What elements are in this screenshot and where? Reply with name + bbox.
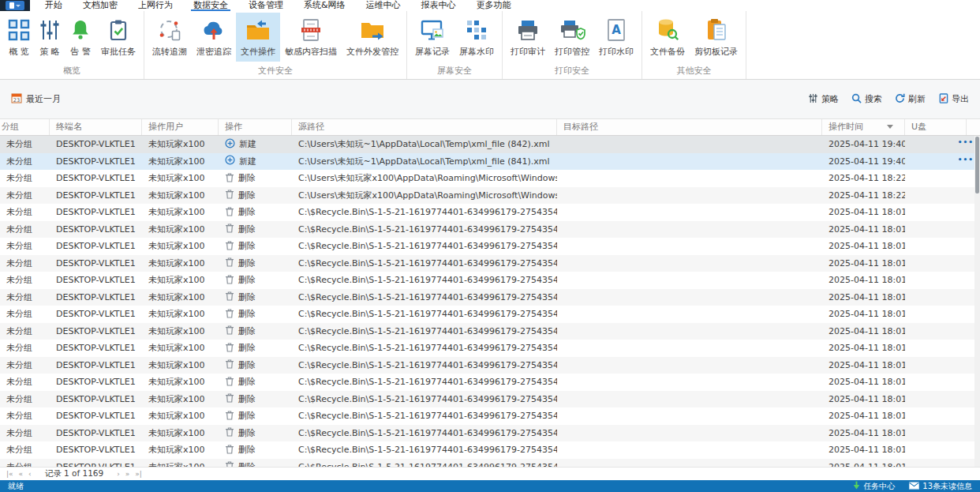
ribbon-item-alert[interactable]: 告 警 [65,13,96,62]
row-more-button[interactable] [958,138,974,146]
operation-label: 删除 [238,410,256,422]
last-page-button[interactable] [135,470,142,478]
ribbon-group-name: 打印安全 [506,62,638,81]
menu-item-0[interactable]: 开始 [35,0,73,11]
ribbon-item-screen-watermark[interactable]: 屏幕水印 [454,13,499,62]
cell-terminal: DESKTOP-VLKTLE1 [50,411,142,421]
date-range-filter[interactable]: 23 最近一月 [11,92,61,106]
time-filter-caret-icon[interactable] [887,125,893,129]
table-row[interactable]: 未分组 DESKTOP-VLKTLE1 未知玩家x100 删除 C:\Users… [0,187,980,205]
ribbon-item-clipboard-record[interactable]: 剪切板记录 [690,13,742,62]
operation-label: 删除 [238,240,256,252]
table-row[interactable]: 未分组 DESKTOP-VLKTLE1 未知玩家x100 删除 C:\$Recy… [0,221,980,238]
table-row[interactable]: 未分组 DESKTOP-VLKTLE1 未知玩家x100 删除 C:\$Recy… [0,238,980,255]
table-row[interactable]: 未分组 DESKTOP-VLKTLE1 未知玩家x100 删除 C:\$Recy… [0,272,980,289]
delete-icon [225,274,234,287]
table-row[interactable]: 未分组 DESKTOP-VLKTLE1 未知玩家x100 删除 C:\$Recy… [0,323,980,340]
screen-watermark-icon [466,17,488,43]
column-header-operation[interactable]: 操作 [219,119,292,135]
column-header-source-path[interactable]: 源路径 [292,119,557,135]
ribbon-item-file-outgoing[interactable]: 文件外发管控 [342,13,403,62]
prev-page-button[interactable] [28,470,32,478]
menu-item-7[interactable]: 报表中心 [411,0,466,11]
table-row[interactable]: 未分组 DESKTOP-VLKTLE1 未知玩家x100 删除 C:\$Recy… [0,391,980,408]
ribbon-item-file-operation[interactable]: 文件操作 [236,13,280,62]
table-row[interactable]: 未分组 DESKTOP-VLKTLE1 未知玩家x100 删除 C:\$Recy… [0,255,980,272]
table-row[interactable]: 未分组 DESKTOP-VLKTLE1 未知玩家x100 删除 C:\$Recy… [0,407,980,425]
cell-group: 未分组 [0,342,50,354]
table-row[interactable]: 未分组 DESKTOP-VLKTLE1 未知玩家x100 删除 C:\$Recy… [0,204,980,221]
first-page-button[interactable] [6,470,13,478]
ribbon-item-leak-track[interactable]: 泄密追踪 [192,13,236,62]
next-page-button[interactable] [117,470,120,478]
table-row[interactable]: 未分组 DESKTOP-VLKTLE1 未知玩家x100 删除 C:\$Recy… [0,357,980,374]
table-row[interactable]: 未分组 DESKTOP-VLKTLE1 未知玩家x100 删除 C:\$Recy… [0,459,980,468]
cell-terminal: DESKTOP-VLKTLE1 [50,258,142,269]
ribbon-item-overview[interactable]: 概 览 [3,13,35,62]
operation-label: 删除 [238,376,256,388]
column-header-group[interactable]: 分组 [0,119,50,135]
cell-operation: 删除 [219,460,292,467]
operation-label: 删除 [238,308,256,320]
table-row[interactable]: 未分组 DESKTOP-VLKTLE1 未知玩家x100 删除 C:\$Recy… [0,441,980,459]
cell-source-path: C:\$Recycle.Bin\S-1-5-21-1619774401-6349… [292,258,557,269]
ribbon-item-print-audit[interactable]: 打印审计 [506,13,550,62]
app-menu-button[interactable] [6,1,24,10]
refresh-icon [895,93,905,106]
menu-item-5[interactable]: 系统&网络 [294,0,356,11]
cell-group: 未分组 [0,172,50,184]
operation-label: 删除 [238,223,256,235]
cell-terminal: DESKTOP-VLKTLE1 [50,139,142,149]
menu-item-2[interactable]: 上网行为 [128,0,183,11]
column-header-user[interactable]: 操作用户 [142,119,219,135]
table-row[interactable]: 未分组 DESKTOP-VLKTLE1 未知玩家x100 新建 C:\Users… [0,136,980,153]
search-button[interactable]: 搜索 [851,93,882,106]
cell-source-path: C:\$Recycle.Bin\S-1-5-21-1619774401-6349… [292,309,557,319]
column-header-usb[interactable]: U盘 [905,119,967,135]
cell-operation: 删除 [219,172,292,185]
ribbon-item-flow-trace[interactable]: 流转追溯 [148,13,192,62]
cell-time: 2025-04-11 18:01:38 [822,343,905,353]
column-header-terminal[interactable]: 终端名 [50,119,142,135]
table-row[interactable]: 未分组 DESKTOP-VLKTLE1 未知玩家x100 删除 C:\Users… [0,170,980,187]
print-audit-icon [516,17,540,43]
ribbon-group-print-security: 打印审计 打印管控 A 打印水印 打印安全 [503,11,642,79]
column-header-time[interactable]: 操作时间 [822,119,905,135]
ribbon-item-approval-tasks[interactable]: 审批任务 [96,13,140,62]
cell-terminal: DESKTOP-VLKTLE1 [50,377,142,387]
operation-label: 删除 [238,190,256,201]
table-body: 未分组 DESKTOP-VLKTLE1 未知玩家x100 新建 C:\Users… [0,136,980,467]
ribbon-item-print-control[interactable]: 打印管控 [550,13,594,62]
ribbon-item-print-watermark[interactable]: A 打印水印 [594,13,638,62]
table-row[interactable]: 未分组 DESKTOP-VLKTLE1 未知玩家x100 删除 C:\$Recy… [0,425,980,442]
vertical-scrollbar[interactable] [974,136,980,467]
table-row[interactable]: 未分组 DESKTOP-VLKTLE1 未知玩家x100 删除 C:\$Recy… [0,340,980,357]
cell-time: 2025-04-11 18:01:38 [822,445,905,455]
export-button[interactable]: 导出 [938,93,969,106]
menu-item-3[interactable]: 数据安全 [183,0,238,11]
ribbon-item-sensitive-scan[interactable]: 敏感内容扫描 [280,13,342,62]
fast-prev-button[interactable] [19,470,24,478]
menu-item-6[interactable]: 运维中心 [356,0,411,11]
table-row[interactable]: 未分组 DESKTOP-VLKTLE1 未知玩家x100 新建 C:\Users… [0,153,980,171]
refresh-button[interactable]: 刷新 [895,93,926,106]
table-row[interactable]: 未分组 DESKTOP-VLKTLE1 未知玩家x100 删除 C:\$Recy… [0,289,980,306]
column-header-target-path[interactable]: 目标路径 [557,119,822,135]
ribbon-item-file-backup[interactable]: 文件备份 [645,13,690,62]
unread-messages-button[interactable]: 13条未读信息 [909,481,972,492]
ribbon-item-policy[interactable]: 策 略 [35,13,65,62]
policy-button[interactable]: 策略 [808,93,839,106]
task-center-button[interactable]: 任务中心 [853,481,895,492]
menu-item-8[interactable]: 更多功能 [466,0,522,11]
delete-icon [225,460,234,467]
scrollbar-thumb[interactable] [975,137,979,193]
fast-next-button[interactable] [125,470,130,478]
ribbon-item-screen-record[interactable]: 屏幕记录 [410,13,454,62]
menu-item-1[interactable]: 文档加密 [73,0,128,11]
cell-time: 2025-04-11 18:01:38 [822,241,905,251]
delete-icon [225,392,234,405]
row-more-button[interactable] [958,156,974,163]
menu-item-4[interactable]: 设备管理 [238,0,294,11]
table-row[interactable]: 未分组 DESKTOP-VLKTLE1 未知玩家x100 删除 C:\$Recy… [0,374,980,391]
table-row[interactable]: 未分组 DESKTOP-VLKTLE1 未知玩家x100 删除 C:\$Recy… [0,306,980,323]
